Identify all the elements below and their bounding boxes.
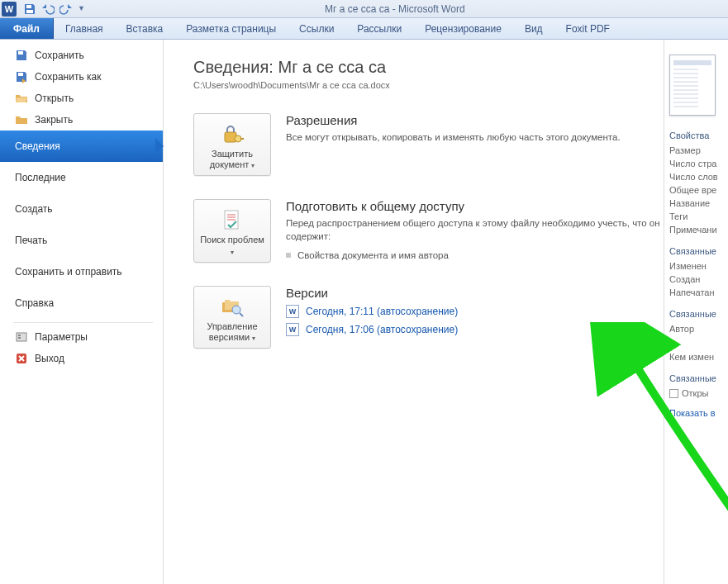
folders-magnify-icon (197, 293, 267, 321)
sidebar-save[interactable]: Сохранить (0, 45, 163, 66)
properties-panel: Свойства Размер Число стра Число слов Об… (664, 40, 728, 584)
prop-printed: Напечатан (669, 287, 728, 297)
prop-size: Размер (669, 145, 728, 155)
prepare-share-section: Поиск проблем ▾ Подготовить к общему дос… (193, 199, 664, 262)
sidebar-label: Открыть (35, 93, 74, 104)
section-text: Все могут открывать, копировать и изменя… (286, 131, 664, 144)
prop-author-value (669, 337, 728, 349)
sidebar-label: Печать (15, 235, 47, 246)
sidebar-new[interactable]: Создать (0, 193, 163, 225)
svg-rect-1 (26, 10, 33, 13)
word-doc-icon: W (286, 305, 299, 318)
sidebar-label: Параметры (35, 331, 88, 343)
sidebar-label: Закрыть (35, 114, 73, 126)
prop-modified: Изменен (669, 261, 728, 271)
check-issues-button[interactable]: Поиск проблем ▾ (193, 199, 271, 262)
prop-title: Название (669, 198, 728, 208)
save-as-icon (15, 70, 28, 83)
sidebar-label: Последние (15, 172, 66, 183)
backstage-sidebar: Сохранить Сохранить как Открыть Закрыть … (0, 40, 164, 584)
sidebar-label: Сохранить как (35, 71, 101, 83)
open-folder-icon (15, 92, 28, 105)
sidebar-open[interactable]: Открыть (0, 88, 163, 109)
protect-document-button[interactable]: Защитить документ ▾ (193, 113, 271, 176)
tab-references[interactable]: Ссылки (288, 18, 345, 39)
section-text: Перед распространением общего доступа к … (286, 216, 664, 243)
qat-customize-icon[interactable]: ▼ (78, 2, 85, 16)
page-title: Сведения: Мг а се сса са (193, 58, 664, 77)
sidebar-info[interactable]: Сведения (0, 131, 163, 162)
options-icon (15, 330, 28, 344)
link-text: Откры (682, 388, 708, 398)
sidebar-label: Сохранить и отправить (15, 266, 122, 278)
svg-rect-4 (17, 333, 26, 341)
prop-created: Создан (669, 274, 728, 284)
tab-foxit[interactable]: Foxit PDF (554, 18, 621, 39)
svg-rect-6 (18, 337, 21, 339)
section-title: Подготовить к общему доступу (286, 199, 664, 213)
manage-versions-button[interactable]: Управление версиями ▾ (193, 286, 271, 349)
lock-key-icon (197, 121, 267, 149)
sidebar-options[interactable]: Параметры (0, 326, 163, 348)
version-link[interactable]: Сегодня, 17:11 (автосохранение) (306, 306, 458, 317)
version-item[interactable]: WСегодня, 17:11 (автосохранение) (286, 305, 664, 318)
inspect-bullet: Свойства документа и имя автора (286, 250, 664, 260)
prop-comment: Примечани (669, 225, 728, 235)
open-file-location[interactable]: Откры (669, 388, 728, 398)
tab-home[interactable]: Главная (54, 18, 115, 39)
ribbon-tabs: Файл Главная Вставка Разметка страницы С… (0, 18, 728, 40)
tab-view[interactable]: Вид (513, 18, 554, 39)
info-panel: Сведения: Мг а се сса са C:\Users\woodh\… (164, 40, 664, 584)
window-title: Мг а се сса са - Microsoft Word (325, 3, 465, 15)
qat-save-icon[interactable] (23, 2, 36, 16)
word-app-icon: W (2, 2, 17, 17)
prop-author: Автор (669, 324, 728, 334)
checkbox-icon (669, 389, 678, 398)
sidebar-label: Справка (15, 297, 54, 309)
quick-access-toolbar: ▼ (23, 2, 85, 16)
section-title: Версии (286, 286, 664, 300)
tab-review[interactable]: Рецензирование (413, 18, 513, 39)
save-icon (15, 49, 28, 62)
tab-file[interactable]: Файл (0, 18, 54, 39)
svg-rect-3 (18, 73, 23, 76)
sidebar-share[interactable]: Сохранить и отправить (0, 256, 163, 287)
prop-lastmod-by: Кем измен (669, 352, 728, 362)
tab-page-layout[interactable]: Разметка страницы (174, 18, 288, 39)
sidebar-print[interactable]: Печать (0, 225, 163, 256)
related-docs-heading: Связанные (669, 373, 728, 383)
version-link[interactable]: Сегодня, 17:06 (автосохранение) (306, 324, 458, 335)
button-label: Управление версиями (207, 321, 257, 342)
qat-undo-icon[interactable] (41, 2, 55, 16)
sidebar-close[interactable]: Закрыть (0, 109, 163, 131)
sidebar-exit[interactable]: Выход (0, 348, 163, 369)
prop-tags: Теги (669, 211, 728, 221)
document-check-icon (197, 207, 267, 235)
chevron-down-icon: ▾ (231, 249, 234, 256)
document-thumbnail[interactable] (669, 55, 716, 116)
svg-rect-5 (18, 335, 21, 336)
exit-icon (15, 352, 28, 365)
tab-insert[interactable]: Вставка (115, 18, 175, 39)
svg-point-9 (235, 135, 241, 142)
sidebar-save-as[interactable]: Сохранить как (0, 66, 163, 88)
sidebar-label: Сведения (15, 140, 60, 152)
version-item[interactable]: WСегодня, 17:06 (автосохранение) (286, 323, 664, 336)
svg-rect-10 (240, 138, 244, 140)
bullet-text: Свойства документа и имя автора (297, 250, 449, 260)
prop-words: Число слов (669, 172, 728, 182)
sidebar-help[interactable]: Справка (0, 287, 163, 319)
svg-rect-8 (225, 132, 236, 142)
chevron-down-icon: ▾ (251, 162, 255, 169)
qat-redo-icon[interactable] (59, 2, 73, 16)
word-doc-icon: W (286, 323, 299, 336)
sidebar-label: Выход (35, 353, 64, 364)
sidebar-recent[interactable]: Последние (0, 162, 163, 193)
svg-line-13 (240, 313, 243, 316)
properties-heading[interactable]: Свойства (669, 131, 728, 140)
bullet-icon (286, 253, 291, 258)
versions-section: Управление версиями ▾ Версии WСегодня, 1… (193, 286, 664, 349)
show-all-properties[interactable]: Показать в (669, 408, 728, 418)
sidebar-separator (13, 322, 153, 323)
tab-mailings[interactable]: Рассылки (345, 18, 413, 39)
